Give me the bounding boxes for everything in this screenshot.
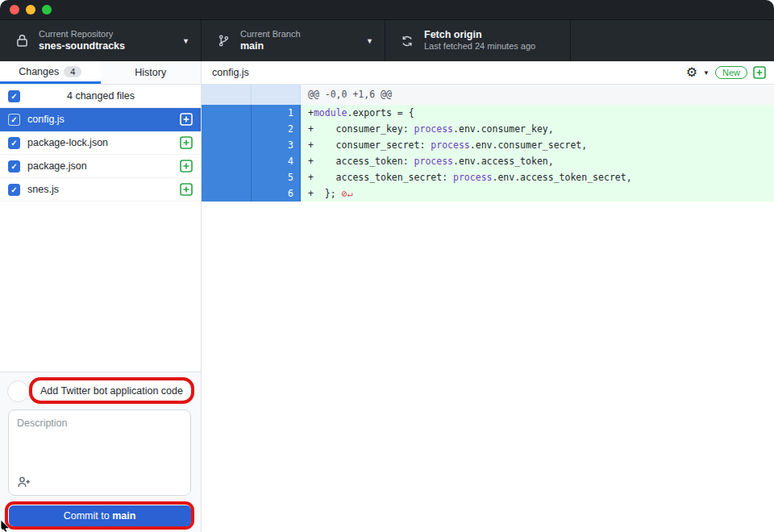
- diff-code: +module.exports = {: [301, 105, 774, 121]
- diff-line[interactable]: 4+ access_token: process.env.access_toke…: [202, 153, 774, 169]
- tab-changes-label: Changes: [19, 66, 59, 77]
- branch-name: main: [240, 40, 301, 53]
- tab-history[interactable]: History: [101, 61, 202, 84]
- old-line-number: [202, 153, 252, 169]
- commit-description-box: [8, 409, 191, 496]
- diff-code: + consumer_secret: process.env.consumer_…: [301, 137, 774, 153]
- new-line-number: 6: [252, 185, 301, 202]
- commit-button[interactable]: Commit to main: [9, 505, 191, 526]
- new-line-number: 4: [252, 153, 301, 169]
- file-checkbox[interactable]: ✓: [8, 137, 20, 149]
- gear-icon[interactable]: ⚙: [686, 66, 697, 79]
- changes-sidebar: Changes 4 History ✓ 4 changed files ✓con…: [0, 61, 202, 532]
- annotation-summary-highlight: [29, 377, 194, 404]
- repository-switcher[interactable]: Current Repository snes-soundtracks ▼: [0, 20, 202, 61]
- tab-changes[interactable]: Changes 4: [0, 61, 101, 84]
- diff-panel: config.js ⚙ ▼ New @@ -0,0 +1,6 @@ 1+modu: [202, 61, 774, 532]
- diff-body: @@ -0,0 +1,6 @@ 1+module.exports = {2+ c…: [202, 85, 774, 202]
- file-checkbox[interactable]: ✓: [8, 184, 20, 196]
- diff-line[interactable]: 5+ access_token_secret: process.env.acce…: [202, 169, 774, 185]
- diff-code: + access_token_secret: process.env.acces…: [301, 169, 774, 185]
- select-all-checkbox[interactable]: ✓: [8, 90, 20, 102]
- hunk-gutter-old: [202, 85, 252, 105]
- diff-header: config.js ⚙ ▼ New: [202, 61, 774, 85]
- annotation-commit-button-highlight: Commit to main: [5, 501, 194, 530]
- diff-code: + access_token: process.env.access_token…: [301, 153, 774, 169]
- zoom-button[interactable]: [42, 5, 52, 15]
- diff-line[interactable]: 2+ consumer_key: process.env.consumer_ke…: [202, 121, 774, 137]
- file-row[interactable]: ✓snes.js: [0, 178, 201, 202]
- branch-label: Current Branch: [240, 29, 301, 40]
- file-row[interactable]: ✓config.js: [0, 108, 201, 131]
- new-file-badge: New: [715, 66, 747, 79]
- tab-history-label: History: [135, 67, 166, 78]
- changes-count-badge: 4: [64, 66, 81, 77]
- file-name: package-lock.json: [27, 137, 173, 148]
- new-line-number: 3: [252, 137, 301, 153]
- macos-titlebar: [0, 0, 774, 20]
- sync-icon: [400, 35, 414, 48]
- toolbar-empty-space: [571, 20, 774, 61]
- lock-icon: [15, 34, 29, 48]
- changed-files-count: 4 changed files: [27, 90, 174, 102]
- new-line-number: 5: [252, 169, 301, 185]
- commit-summary-input[interactable]: [32, 380, 191, 401]
- old-line-number: [202, 121, 252, 137]
- new-line-number: 1: [252, 105, 301, 121]
- diff-lines: 1+module.exports = {2+ consumer_key: pro…: [202, 105, 774, 202]
- chevron-down-icon: ▼: [366, 37, 373, 45]
- commit-button-branch: main: [112, 510, 135, 522]
- diff-line[interactable]: 1+module.exports = {: [202, 105, 774, 121]
- diff-line[interactable]: 6+ }; ⊘↵: [202, 185, 774, 202]
- commit-button-prefix: Commit to: [64, 510, 112, 522]
- diff-line[interactable]: 3+ consumer_secret: process.env.consumer…: [202, 137, 774, 153]
- hunk-gutter-new: [252, 85, 301, 105]
- changed-files-header[interactable]: ✓ 4 changed files: [0, 85, 201, 108]
- github-desktop-window: Current Repository snes-soundtracks ▼ Cu…: [0, 0, 774, 532]
- repo-label: Current Repository: [39, 29, 125, 40]
- diff-code: + consumer_key: process.env.consumer_key…: [301, 121, 774, 137]
- file-name: snes.js: [27, 184, 173, 195]
- diff-code: + }; ⊘↵: [301, 185, 774, 202]
- sidebar-tabs: Changes 4 History: [0, 61, 201, 85]
- old-line-number: [202, 185, 252, 202]
- commit-description-input[interactable]: [9, 410, 190, 468]
- old-line-number: [202, 169, 252, 185]
- chevron-down-icon: ▼: [182, 37, 189, 45]
- plus-square-icon[interactable]: [180, 113, 193, 126]
- plus-square-icon[interactable]: [180, 183, 193, 196]
- old-line-number: [202, 137, 252, 153]
- branch-switcher[interactable]: Current Branch main ▼: [202, 20, 385, 61]
- file-rows: ✓config.js✓package-lock.json✓package.jso…: [0, 108, 201, 202]
- chevron-down-icon[interactable]: ▼: [703, 69, 710, 77]
- file-name: package.json: [27, 160, 173, 172]
- hunk-header-row[interactable]: @@ -0,0 +1,6 @@: [202, 85, 774, 105]
- file-row[interactable]: ✓package.json: [0, 155, 201, 178]
- commit-form: Commit to main: [0, 372, 201, 532]
- old-line-number: [202, 105, 252, 121]
- git-branch-icon: [216, 34, 231, 48]
- expand-diff-icon[interactable]: [753, 66, 766, 79]
- minimize-button[interactable]: [26, 5, 35, 15]
- changed-files-list: ✓ 4 changed files ✓config.js✓package-loc…: [0, 85, 201, 372]
- file-checkbox[interactable]: ✓: [8, 160, 20, 172]
- file-row[interactable]: ✓package-lock.json: [0, 131, 201, 155]
- diff-filename: config.js: [212, 67, 249, 78]
- new-line-number: 2: [252, 121, 301, 137]
- app-toolbar: Current Repository snes-soundtracks ▼ Cu…: [0, 20, 774, 61]
- add-coauthor-icon[interactable]: [17, 476, 31, 488]
- avatar: [7, 380, 29, 402]
- close-button[interactable]: [10, 5, 19, 15]
- file-name: config.js: [27, 114, 173, 125]
- fetch-origin-button[interactable]: Fetch origin Last fetched 24 minutes ago: [385, 20, 571, 61]
- plus-square-icon[interactable]: [180, 160, 193, 172]
- fetch-subtitle: Last fetched 24 minutes ago: [424, 41, 535, 52]
- repo-name: snes-soundtracks: [39, 40, 125, 53]
- plus-square-icon[interactable]: [180, 136, 193, 149]
- fetch-title: Fetch origin: [424, 29, 535, 42]
- file-checkbox[interactable]: ✓: [8, 114, 20, 126]
- hunk-header-text: @@ -0,0 +1,6 @@: [301, 85, 774, 105]
